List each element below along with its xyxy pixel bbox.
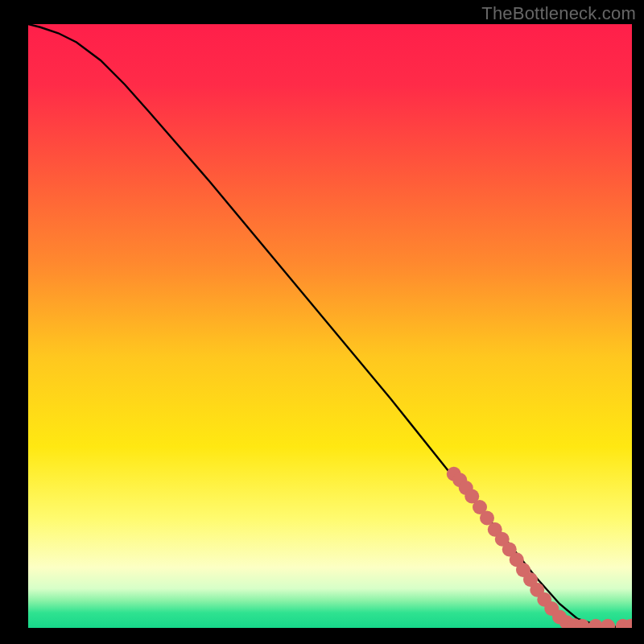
data-point xyxy=(576,619,590,634)
data-point xyxy=(624,619,638,634)
chart-frame: TheBottleneck.com xyxy=(0,0,644,644)
watermark-text: TheBottleneck.com xyxy=(481,3,636,24)
bottleneck-chart xyxy=(0,0,644,644)
data-point xyxy=(601,619,615,634)
